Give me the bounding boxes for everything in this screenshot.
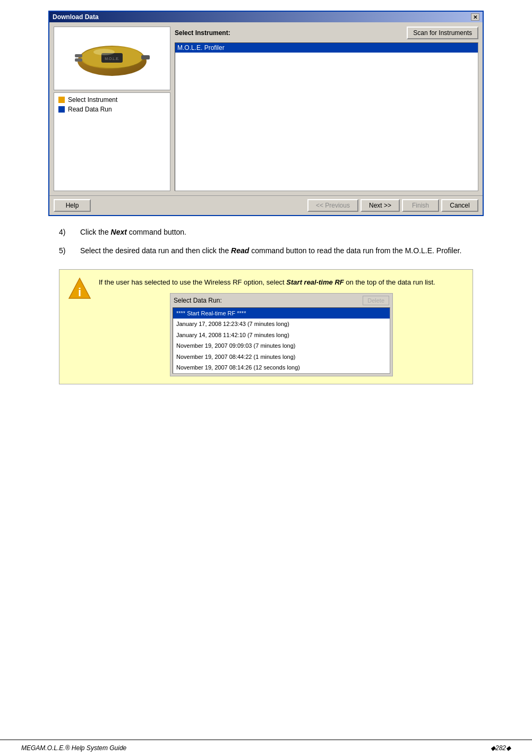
scan-for-instruments-button[interactable]: Scan for Instruments (407, 27, 478, 39)
instrument-selected-row[interactable]: M.O.L.E. Profiler (175, 43, 478, 53)
list-item[interactable]: November 19, 2007 08:14:26 (12 seconds l… (173, 362, 390, 373)
list-item[interactable]: January 14, 2008 11:42:10 (7 minutes lon… (173, 330, 390, 341)
step4-number: 4) (59, 227, 75, 238)
step5-bold: Read (231, 246, 249, 255)
dialog-buttons: Help << Previous Next >> Finish Cancel (49, 195, 483, 215)
list-item[interactable]: November 19, 2007 09:09:03 (7 minutes lo… (173, 340, 390, 351)
info-text-column: If the user has selected to use the Wire… (99, 277, 464, 376)
footer-left: MEGAM.O.L.E.® Help System Guide (21, 744, 126, 752)
inner-screenshot-header: Select Data Run: Delete (170, 294, 392, 307)
list-item[interactable]: **** Start Real-time RF **** (173, 308, 390, 319)
steps-box: Select Instrument Read Data Run (54, 92, 170, 191)
step5-number: 5) (59, 245, 75, 256)
footer-right: ◆282◆ (491, 744, 511, 752)
device-image-box: M.O.L.E. (54, 27, 170, 90)
step4-paragraph: 4) Click the Next command button. (59, 227, 473, 238)
cancel-button[interactable]: Cancel (441, 199, 478, 212)
step-item-read-data-run: Read Data Run (58, 106, 166, 113)
instrument-list[interactable]: M.O.L.E. Profiler (175, 42, 478, 191)
dialog-titlebar: Download Data ✕ (49, 12, 483, 22)
instrument-label: Select Instrument: (175, 29, 230, 37)
svg-text:i: i (78, 286, 81, 299)
step-label-read-data-run: Read Data Run (68, 106, 112, 113)
step5-paragraph: 5) Select the desired data run and then … (59, 245, 473, 256)
body-content: 4) Click the Next command button. 5) Sel… (48, 216, 484, 269)
step-icon-yellow (58, 97, 65, 103)
help-button[interactable]: Help (54, 199, 91, 212)
svg-text:M.O.L.E.: M.O.L.E. (105, 57, 119, 61)
info-box: i If the user has selected to use the Wi… (59, 269, 473, 384)
step-label-select-instrument: Select Instrument (68, 96, 117, 104)
svg-rect-7 (141, 55, 150, 59)
svg-rect-4 (75, 58, 82, 62)
download-data-dialog: Download Data ✕ (48, 11, 484, 216)
svg-point-8 (93, 49, 115, 55)
previous-button[interactable]: << Previous (307, 199, 358, 212)
dialog-close-button[interactable]: ✕ (471, 13, 479, 21)
right-panel: Select Instrument: Scan for Instruments … (175, 27, 478, 191)
inner-screenshot: Select Data Run: Delete **** Start Real-… (170, 293, 393, 376)
list-item[interactable]: January 17, 2008 12:23:43 (7 minutes lon… (173, 319, 390, 330)
info-main-text: If the user has selected to use the Wire… (99, 277, 464, 288)
step-icon-blue (58, 106, 65, 113)
next-button[interactable]: Next >> (361, 199, 400, 212)
instrument-header: Select Instrument: Scan for Instruments (175, 27, 478, 39)
inner-data-list[interactable]: **** Start Real-time RF **** January 17,… (173, 307, 390, 374)
delete-button[interactable]: Delete (363, 296, 389, 305)
svg-rect-3 (75, 54, 82, 57)
step-item-select-instrument: Select Instrument (58, 96, 166, 104)
nav-buttons: << Previous Next >> Finish Cancel (307, 199, 478, 212)
dialog-content: M.O.L.E. Select Instrument Read Data (49, 22, 483, 195)
step4-text: Click the Next command button. (80, 227, 186, 238)
left-panel: M.O.L.E. Select Instrument Read Data (54, 27, 170, 191)
footer: MEGAM.O.L.E.® Help System Guide ◆282◆ (0, 740, 532, 756)
dialog-title: Download Data (53, 13, 99, 21)
step4-bold: Next (111, 228, 127, 236)
finish-button[interactable]: Finish (402, 199, 439, 212)
info-icon: i (68, 277, 91, 300)
inner-header-label: Select Data Run: (174, 296, 222, 305)
info-bold: Start real-time RF (286, 278, 344, 286)
device-image: M.O.L.E. (72, 37, 152, 80)
list-item[interactable]: November 19, 2007 08:44:22 (1 minutes lo… (173, 351, 390, 363)
step5-text: Select the desired data run and then cli… (80, 245, 461, 256)
